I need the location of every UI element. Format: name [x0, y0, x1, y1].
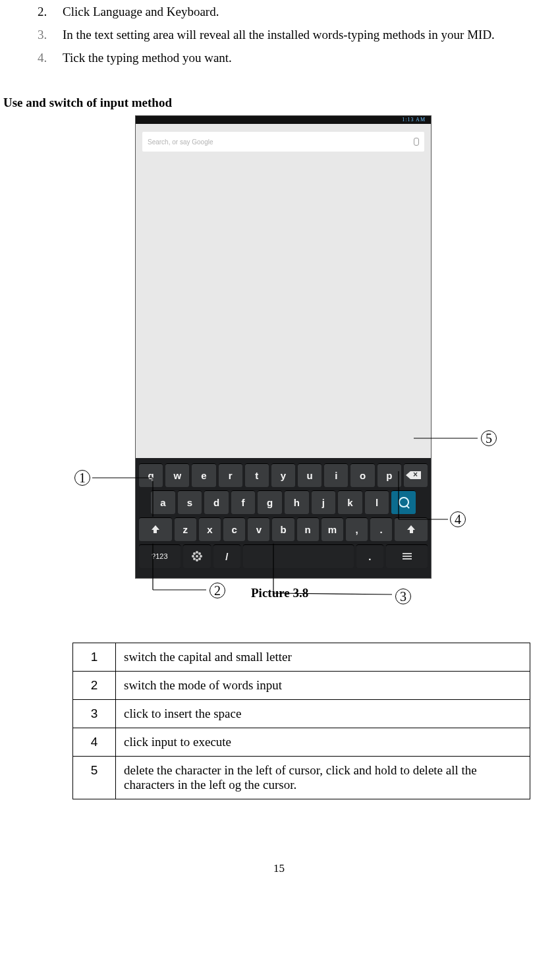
legend-text: delete the character in the left of curs… [116, 757, 530, 799]
key-shift-left[interactable] [139, 517, 172, 541]
key-z[interactable]: z [175, 517, 196, 541]
key-b[interactable]: b [272, 517, 294, 541]
list-text: Click Language and Keyboard. [63, 5, 219, 18]
key-g[interactable]: g [258, 490, 282, 514]
key-row-4: ?123 / . [139, 544, 428, 568]
callout-1: 1 [74, 470, 90, 486]
status-bar: 1:13 AM [136, 116, 431, 124]
key-k[interactable]: k [338, 490, 362, 514]
list-text: In the text setting area will reveal all… [63, 28, 495, 42]
instruction-item: 3. In the text setting area will reveal … [3, 23, 555, 46]
key-v[interactable]: v [248, 517, 269, 541]
shift-icon [407, 525, 415, 533]
key-y[interactable]: y [271, 463, 295, 487]
key-x[interactable]: x [199, 517, 221, 541]
legend-table: 1 switch the capital and small letter 2 … [72, 643, 530, 799]
key-a[interactable]: a [151, 490, 175, 514]
table-row: 3 click to insert the space [73, 700, 530, 728]
key-row-2: a s d f g h j k l [139, 490, 428, 514]
key-o[interactable]: o [350, 463, 374, 487]
search-icon [399, 497, 409, 507]
key-slash[interactable]: / [213, 544, 241, 568]
key-period[interactable]: . [370, 517, 392, 541]
callout-3: 3 [395, 589, 411, 604]
table-row: 2 switch the mode of words input [73, 672, 530, 700]
list-marker: 2. [38, 0, 47, 23]
key-u[interactable]: u [298, 463, 321, 487]
key-h[interactable]: h [285, 490, 309, 514]
list-marker: 4. [38, 46, 47, 69]
key-row-3: z x c v b n m , . [139, 517, 428, 541]
key-l[interactable]: l [365, 490, 389, 514]
backspace-icon [410, 471, 421, 479]
key-t[interactable]: t [245, 463, 269, 487]
key-q[interactable]: q [139, 463, 163, 487]
legend-text: click to insert the space [116, 700, 530, 728]
key-settings[interactable] [183, 544, 211, 568]
callout-2: 2 [209, 583, 225, 598]
key-backspace[interactable] [404, 463, 428, 487]
key-period-alt[interactable]: . [356, 544, 384, 568]
key-r[interactable]: r [219, 463, 242, 487]
key-c[interactable]: c [223, 517, 245, 541]
shift-icon [152, 525, 159, 533]
list-text: Tick the typing method you want. [63, 51, 232, 65]
key-mode-switch[interactable]: ?123 [139, 544, 181, 568]
section-heading: Use and switch of input method [3, 96, 555, 110]
legend-index: 2 [73, 672, 116, 700]
legend-index: 1 [73, 643, 116, 672]
key-s[interactable]: s [178, 490, 202, 514]
table-row: 5 delete the character in the left of cu… [73, 757, 530, 799]
instruction-item: 4. Tick the typing method you want. [3, 46, 555, 69]
figure: 1:13 AM Search, or say Google q w e r t … [3, 115, 558, 623]
key-n[interactable]: n [297, 517, 319, 541]
legend-index: 5 [73, 757, 116, 799]
settings-icon [196, 555, 198, 558]
page-number: 15 [3, 862, 555, 888]
key-search[interactable] [391, 490, 416, 514]
status-time: 1:13 AM [402, 117, 426, 123]
table-row: 1 switch the capital and small letter [73, 643, 530, 672]
key-p[interactable]: p [377, 463, 401, 487]
key-j[interactable]: j [312, 490, 336, 514]
menu-icon [403, 553, 412, 560]
instruction-item: 2. Click Language and Keyboard. [3, 0, 555, 23]
search-placeholder: Search, or say Google [148, 138, 213, 146]
figure-caption: Picture 3.8 [251, 586, 308, 600]
legend-index: 4 [73, 728, 116, 757]
on-screen-keyboard: q w e r t y u i o p a s d f [136, 458, 431, 578]
key-shift-right[interactable] [395, 517, 428, 541]
key-e[interactable]: e [192, 463, 215, 487]
key-d[interactable]: d [204, 490, 229, 514]
key-w[interactable]: w [165, 463, 189, 487]
list-marker: 3. [38, 23, 47, 46]
key-f[interactable]: f [231, 490, 256, 514]
phone-screenshot: 1:13 AM Search, or say Google q w e r t … [135, 115, 432, 579]
legend-text: click input to execute [116, 728, 530, 757]
key-m[interactable]: m [321, 517, 343, 541]
legend-text: switch the capital and small letter [116, 643, 530, 672]
instruction-list: 2. Click Language and Keyboard. 3. In th… [3, 0, 555, 69]
key-comma[interactable]: , [346, 517, 368, 541]
microphone-icon[interactable] [414, 138, 419, 146]
key-row-1: q w e r t y u i o p [139, 463, 428, 487]
callout-5: 5 [481, 430, 497, 446]
legend-text: switch the mode of words input [116, 672, 530, 700]
callout-4: 4 [450, 511, 466, 527]
search-bar[interactable]: Search, or say Google [142, 132, 424, 152]
legend-index: 3 [73, 700, 116, 728]
table-row: 4 click input to execute [73, 728, 530, 757]
key-menu[interactable] [386, 544, 428, 568]
key-space[interactable] [243, 544, 353, 568]
key-i[interactable]: i [324, 463, 348, 487]
